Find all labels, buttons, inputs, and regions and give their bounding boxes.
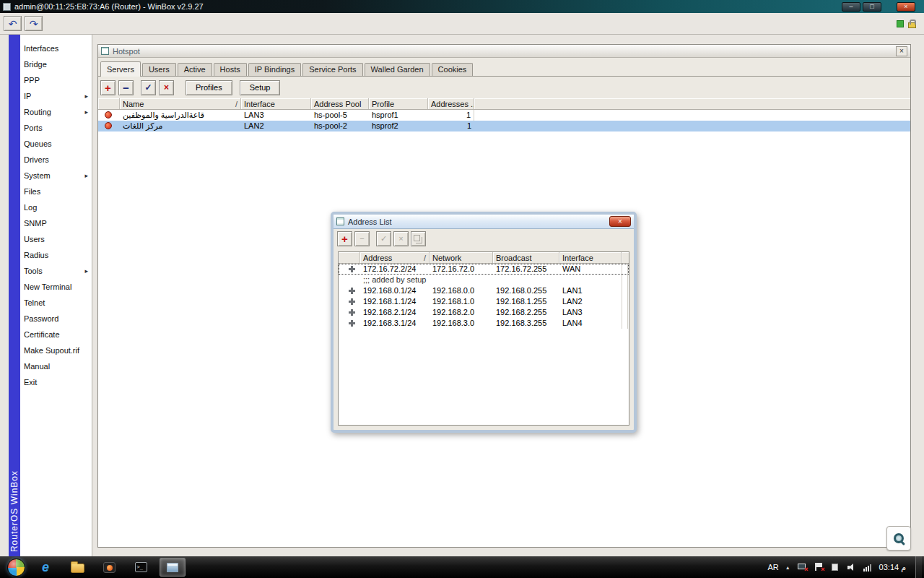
language-indicator[interactable]: AR xyxy=(767,563,778,571)
hotspot-server-row[interactable]: قاعةالدراسية والموظفين LAN3 hs-pool-5 hs… xyxy=(98,110,910,121)
cell-tail xyxy=(622,296,628,307)
window-title: admin@00:11:25:E8:73:A6 (Router) - WinBo… xyxy=(14,2,842,11)
taskbar-item-internet-explorer[interactable]: e xyxy=(32,558,58,577)
tab-walled-garden[interactable]: Walled Garden xyxy=(365,63,430,76)
sidebar-item-tools[interactable]: Tools▸ xyxy=(20,263,92,279)
disable-button[interactable]: × xyxy=(393,231,409,246)
address-row[interactable]: 192.168.0.1/24 192.168.0.0 192.168.0.255… xyxy=(339,285,629,296)
sidebar-item-make-supout[interactable]: Make Supout.rif xyxy=(20,342,92,358)
sidebar-item-ppp[interactable]: PPP xyxy=(20,72,92,88)
start-button[interactable] xyxy=(7,558,25,577)
address-row[interactable]: 192.168.3.1/24 192.168.3.0 192.168.3.255… xyxy=(339,318,629,329)
signal-icon[interactable] xyxy=(863,563,871,571)
minimize-button[interactable]: – xyxy=(842,2,860,12)
address-list-titlebar[interactable]: Address List × xyxy=(334,215,634,229)
cell-tail xyxy=(622,307,628,318)
undo-button[interactable]: ↶ xyxy=(4,16,22,31)
enable-button[interactable]: ✓ xyxy=(141,80,156,95)
sidebar-item-password[interactable]: Password xyxy=(20,311,92,327)
tab-hosts[interactable]: Hosts xyxy=(214,63,247,76)
sidebar-item-system[interactable]: System▸ xyxy=(20,168,92,184)
column-header-addresses[interactable]: Addresses ... xyxy=(428,98,474,109)
enable-button[interactable]: ✓ xyxy=(376,231,391,246)
column-header-interface[interactable]: Interface xyxy=(241,98,311,109)
sidebar-item-queues[interactable]: Queues xyxy=(20,136,92,152)
address-row[interactable]: 192.168.2.1/24 192.168.2.0 192.168.2.255… xyxy=(339,307,629,318)
column-header-icon[interactable] xyxy=(339,252,360,263)
sidebar-item-certificate[interactable]: Certificate xyxy=(20,327,92,342)
network-status-icon[interactable]: × xyxy=(797,563,807,571)
sidebar-item-drivers[interactable]: Drivers xyxy=(20,152,92,168)
show-desktop-button[interactable] xyxy=(915,556,922,578)
tab-service-ports[interactable]: Service Ports xyxy=(302,63,362,76)
tray-expand-icon[interactable]: ▲ xyxy=(785,565,790,570)
sidebar-item-exit[interactable]: Exit xyxy=(20,374,92,390)
maximize-button[interactable]: □ xyxy=(863,2,881,12)
column-header-icon[interactable] xyxy=(98,98,120,109)
system-tray: AR ▲ × × 03:14 م xyxy=(767,556,924,578)
sidebar-item-snmp[interactable]: SNMP xyxy=(20,215,92,231)
add-button[interactable]: + xyxy=(337,231,352,246)
sidebar-item-log[interactable]: Log xyxy=(20,199,92,215)
add-button[interactable]: + xyxy=(100,80,116,95)
column-header-interface[interactable]: Interface xyxy=(559,252,622,263)
copy-button[interactable] xyxy=(411,231,426,246)
tab-cookies[interactable]: Cookies xyxy=(432,63,474,76)
taskbar-item-media-player[interactable] xyxy=(96,558,122,577)
tab-users[interactable]: Users xyxy=(142,63,176,76)
column-header-name[interactable]: Name/ xyxy=(120,98,241,109)
sidebar-item-ports[interactable]: Ports xyxy=(20,120,92,136)
taskbar-item-command-prompt[interactable]: >_ xyxy=(128,558,154,577)
action-center-icon[interactable]: × xyxy=(814,563,824,571)
redo-button[interactable]: ↷ xyxy=(25,16,43,31)
sidebar-item-users[interactable]: Users xyxy=(20,231,92,247)
sidebar-item-manual[interactable]: Manual xyxy=(20,358,92,374)
column-header-address-pool[interactable]: Address Pool xyxy=(311,98,369,109)
column-header-network[interactable]: Network xyxy=(430,252,493,263)
sidebar-item-telnet[interactable]: Telnet xyxy=(20,295,92,311)
address-row[interactable]: 172.16.72.2/24 172.16.72.0 172.16.72.255… xyxy=(339,264,629,275)
taskbar-item-winbox[interactable] xyxy=(160,558,186,577)
tab-servers[interactable]: Servers xyxy=(100,61,141,77)
cell-address: 192.168.2.1/24 xyxy=(360,307,430,318)
hotspot-close-button[interactable]: × xyxy=(896,46,907,56)
search-button[interactable] xyxy=(886,526,911,551)
hotspot-server-row[interactable]: مركز اللغات LAN2 hs-pool-2 hsprof2 1 xyxy=(98,121,910,131)
sidebar-item-files[interactable]: Files xyxy=(20,184,92,199)
remove-button[interactable]: − xyxy=(118,80,134,95)
remove-button[interactable]: − xyxy=(354,231,370,246)
address-comment-row[interactable]: ;;; added by setup xyxy=(339,275,629,285)
hotspot-titlebar[interactable]: Hotspot × xyxy=(98,45,910,58)
setup-button[interactable]: Setup xyxy=(240,80,281,95)
sidebar-item-interfaces[interactable]: Interfaces xyxy=(20,40,92,56)
cell-broadcast: 192.168.0.255 xyxy=(493,285,559,296)
address-list-close-button[interactable]: × xyxy=(609,216,631,227)
notification-icon[interactable] xyxy=(830,563,840,571)
sidebar-item-new-terminal[interactable]: New Terminal xyxy=(20,279,92,295)
column-header-filler xyxy=(474,98,910,109)
close-button[interactable]: × xyxy=(897,2,915,12)
taskbar-clock[interactable]: 03:14 م xyxy=(879,563,906,572)
sidebar-item-radius[interactable]: Radius xyxy=(20,247,92,263)
sidebar-item-ip[interactable]: IP▸ xyxy=(20,88,92,104)
cell-icon xyxy=(339,318,360,329)
folder-icon xyxy=(71,564,84,573)
tab-ip-bindings[interactable]: IP Bindings xyxy=(248,63,301,76)
quick-toolbar: ↶ ↷ xyxy=(0,13,924,35)
cell-profile: hsprof1 xyxy=(369,110,428,121)
column-header-address[interactable]: Address/ xyxy=(360,252,430,263)
disable-button[interactable]: × xyxy=(159,80,174,95)
cell-filler xyxy=(474,110,910,121)
volume-icon[interactable] xyxy=(847,563,857,571)
internet-explorer-icon: e xyxy=(42,561,49,574)
sidebar-item-routing[interactable]: Routing▸ xyxy=(20,104,92,120)
brand-text: RouterOS WinBox xyxy=(9,470,19,552)
taskbar-item-explorer[interactable] xyxy=(64,558,90,577)
mdi-area: Hotspot × Servers Users Active Hosts IP … xyxy=(92,35,924,556)
profiles-button[interactable]: Profiles xyxy=(186,80,232,95)
tab-active[interactable]: Active xyxy=(178,63,212,76)
column-header-profile[interactable]: Profile xyxy=(369,98,428,109)
column-header-broadcast[interactable]: Broadcast xyxy=(493,252,559,263)
sidebar-item-bridge[interactable]: Bridge xyxy=(20,56,92,72)
address-row[interactable]: 192.168.1.1/24 192.168.1.0 192.168.1.255… xyxy=(339,296,629,307)
